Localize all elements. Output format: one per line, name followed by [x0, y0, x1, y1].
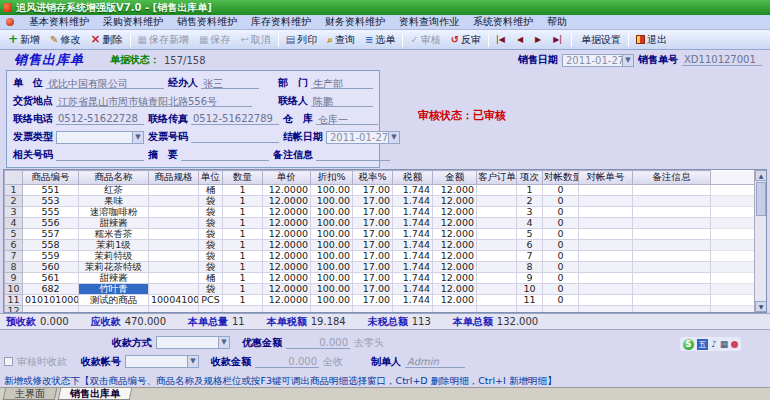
- row-number-cell[interactable]: 7: [5, 251, 23, 262]
- invoice-type-select[interactable]: ▼: [56, 131, 144, 144]
- column-header[interactable]: 对帐单号: [579, 171, 633, 185]
- table-row[interactable]: 10 682 竹叶青 袋 1 12.0000 100.00 17.00 1.74…: [5, 284, 757, 295]
- row-number-cell[interactable]: 2: [5, 196, 23, 207]
- pay-method-select[interactable]: ▼: [156, 336, 230, 349]
- discount-cell[interactable]: 100.00: [311, 207, 353, 218]
- note-cell[interactable]: [633, 185, 711, 196]
- recon-qty-cell[interactable]: [543, 306, 579, 314]
- row-number-cell[interactable]: 1: [5, 185, 23, 196]
- contact-field[interactable]: 陈鹏: [311, 95, 373, 107]
- table-row[interactable]: 9 561 甜辣酱 桶 1 12.0000 100.00 17.00 1.744…: [5, 273, 757, 284]
- discount-cell[interactable]: 100.00: [311, 196, 353, 207]
- ime-keyboard-icon[interactable]: ▦: [720, 339, 729, 349]
- toolbar-button[interactable]: [278, 33, 279, 47]
- table-row[interactable]: 7 559 茉莉特级 袋 1 12.0000 100.00 17.00 1.74…: [5, 251, 757, 262]
- customer-order-cell[interactable]: [477, 185, 517, 196]
- column-header[interactable]: 商品规格: [149, 171, 199, 185]
- spec-cell[interactable]: [149, 262, 199, 273]
- customer-order-cell[interactable]: [477, 196, 517, 207]
- name-cell[interactable]: [79, 306, 149, 314]
- row-number-cell[interactable]: 10: [5, 284, 23, 295]
- recon-no-cell[interactable]: [579, 251, 633, 262]
- recon-no-cell[interactable]: [579, 273, 633, 284]
- seq-cell[interactable]: 3: [517, 207, 543, 218]
- tax-cell[interactable]: 1.744: [393, 295, 433, 306]
- row-number-cell[interactable]: 3: [5, 207, 23, 218]
- toolbar-button[interactable]: 列印: [281, 31, 322, 49]
- qty-cell[interactable]: 1: [223, 295, 263, 306]
- tax-cell[interactable]: [393, 306, 433, 314]
- fax-field[interactable]: 0512-51622789: [191, 113, 279, 125]
- name-cell[interactable]: 测试的商品: [79, 295, 149, 306]
- table-row[interactable]: 6 558 茉莉1级 袋 1 12.0000 100.00 17.00 1.74…: [5, 240, 757, 251]
- collect-all-button[interactable]: 全收: [323, 355, 343, 369]
- recon-no-cell[interactable]: [579, 207, 633, 218]
- recon-no-cell[interactable]: [579, 196, 633, 207]
- toolbar-button[interactable]: [571, 33, 572, 47]
- discount-cell[interactable]: 100.00: [311, 284, 353, 295]
- menu-item[interactable]: 财务资料维护: [318, 15, 392, 29]
- unit-cell[interactable]: 袋: [199, 207, 223, 218]
- seq-cell[interactable]: 8: [517, 262, 543, 273]
- spec-cell[interactable]: [149, 185, 199, 196]
- toolbar-button[interactable]: 取消: [235, 31, 275, 49]
- qty-cell[interactable]: 1: [223, 229, 263, 240]
- price-cell[interactable]: 12.0000: [263, 196, 311, 207]
- unit-field[interactable]: 优比中国有限公司: [46, 77, 164, 89]
- taxrate-cell[interactable]: [353, 306, 393, 314]
- code-cell[interactable]: 561: [23, 273, 79, 284]
- name-cell[interactable]: 速溶咖啡粉: [79, 207, 149, 218]
- menu-item[interactable]: 基本资料维护: [22, 15, 96, 29]
- toolbar-button[interactable]: [530, 32, 548, 47]
- spec-cell[interactable]: [149, 218, 199, 229]
- amount-cell[interactable]: 12.000: [433, 185, 477, 196]
- code-cell[interactable]: 0101010001: [23, 295, 79, 306]
- code-cell[interactable]: 551: [23, 185, 79, 196]
- code-cell[interactable]: 557: [23, 229, 79, 240]
- note-cell[interactable]: [633, 196, 711, 207]
- qty-cell[interactable]: 1: [223, 284, 263, 295]
- recon-no-cell[interactable]: [579, 240, 633, 251]
- chevron-down-icon[interactable]: ▼: [218, 337, 229, 348]
- customer-order-cell[interactable]: [477, 240, 517, 251]
- toolbar-button[interactable]: [402, 33, 403, 47]
- seq-cell[interactable]: 2: [517, 196, 543, 207]
- sales-no-field[interactable]: XD110127001: [682, 54, 762, 66]
- seq-cell[interactable]: 7: [517, 251, 543, 262]
- recon-qty-cell[interactable]: 0: [543, 207, 579, 218]
- recon-qty-cell[interactable]: 0: [543, 240, 579, 251]
- note-cell[interactable]: [633, 229, 711, 240]
- amount-cell[interactable]: 12.000: [433, 273, 477, 284]
- toolbar-button[interactable]: 查询: [322, 31, 360, 49]
- spec-cell[interactable]: [149, 240, 199, 251]
- taxrate-cell[interactable]: 17.00: [353, 262, 393, 273]
- amount-cell[interactable]: 12.000: [433, 284, 477, 295]
- table-row[interactable]: 12: [5, 306, 757, 314]
- code-cell[interactable]: 556: [23, 218, 79, 229]
- qty-cell[interactable]: 1: [223, 240, 263, 251]
- recon-no-cell[interactable]: [579, 284, 633, 295]
- amount-cell[interactable]: 12.000: [433, 229, 477, 240]
- recon-no-cell[interactable]: [579, 262, 633, 273]
- chevron-down-icon[interactable]: ▼: [187, 356, 198, 367]
- seq-cell[interactable]: 4: [517, 218, 543, 229]
- amount-cell[interactable]: 12.000: [433, 218, 477, 229]
- code-cell[interactable]: 553: [23, 196, 79, 207]
- row-number-cell[interactable]: 4: [5, 218, 23, 229]
- amount-cell[interactable]: 12.000: [433, 196, 477, 207]
- menu-item[interactable]: 系统资料维护: [466, 15, 540, 29]
- discount-cell[interactable]: 100.00: [311, 251, 353, 262]
- recon-no-cell[interactable]: [579, 185, 633, 196]
- note-cell[interactable]: [633, 251, 711, 262]
- discount-cell[interactable]: 100.00: [311, 262, 353, 273]
- column-header[interactable]: 客户订单: [477, 171, 517, 185]
- spec-cell[interactable]: [149, 251, 199, 262]
- amount-cell[interactable]: 12.000: [433, 262, 477, 273]
- column-header[interactable]: 数量: [223, 171, 263, 185]
- note-cell[interactable]: [633, 218, 711, 229]
- discount-cell[interactable]: 100.00: [311, 240, 353, 251]
- tax-cell[interactable]: 1.744: [393, 251, 433, 262]
- toolbar-button[interactable]: 反审: [446, 31, 486, 49]
- table-row[interactable]: 3 555 速溶咖啡粉 袋 1 12.0000 100.00 17.00 1.7…: [5, 207, 757, 218]
- recon-no-cell[interactable]: [579, 229, 633, 240]
